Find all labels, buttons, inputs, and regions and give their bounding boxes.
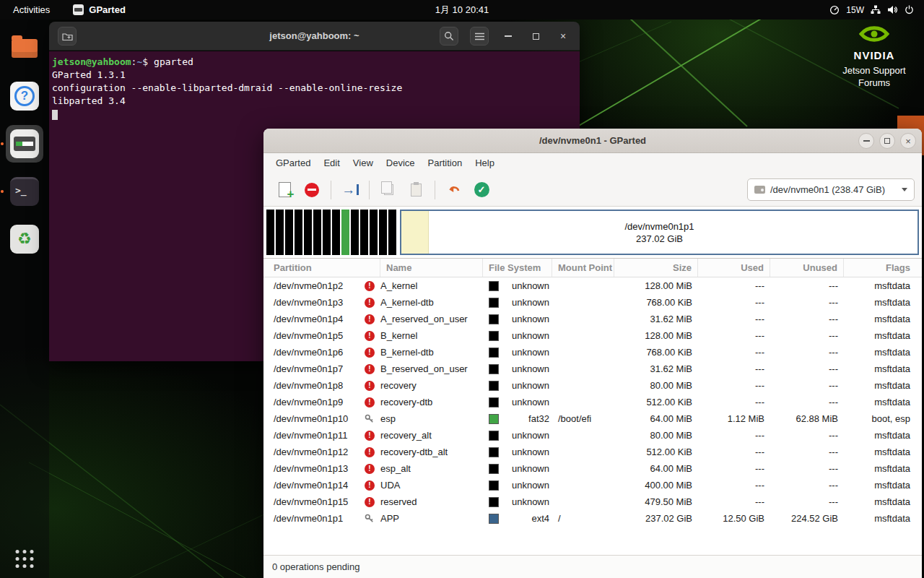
filesystem-cell: unknown xyxy=(483,361,552,377)
partition-row[interactable]: /dev/nvme0n1p1APPext4/237.02 GiB12.50 Gi… xyxy=(263,510,922,527)
maximize-button[interactable] xyxy=(528,28,544,44)
activities-button[interactable]: Activities xyxy=(0,0,63,20)
focused-app-name: GParted xyxy=(89,4,126,15)
small-partition-visual[interactable] xyxy=(360,210,368,255)
column-header-file-system[interactable]: File System xyxy=(483,259,552,277)
menu-device[interactable]: Device xyxy=(380,153,422,173)
small-partition-visual[interactable] xyxy=(266,210,274,255)
copy-button[interactable] xyxy=(375,177,402,203)
partition-p1-visual[interactable]: /dev/nvme0n1p1 237.02 GiB xyxy=(400,210,919,255)
terminal-titlebar[interactable]: jetson@yahboom: ~ × xyxy=(49,22,580,51)
resize-move-button[interactable]: → xyxy=(336,177,364,203)
partition-row[interactable]: /dev/nvme0n1p11!recovery_altunknown80.00… xyxy=(263,427,922,444)
column-header-mount-point[interactable]: Mount Point xyxy=(552,259,614,277)
show-applications-button[interactable] xyxy=(16,550,34,568)
small-partition-visual[interactable] xyxy=(285,210,293,255)
system-tray[interactable]: 15W xyxy=(824,0,920,20)
small-partition-visual[interactable] xyxy=(276,210,284,255)
column-header-name[interactable]: Name xyxy=(380,259,483,277)
mount-point xyxy=(552,277,614,294)
menu-button[interactable] xyxy=(470,27,489,46)
small-partition-visual[interactable] xyxy=(323,210,331,255)
partition-row[interactable]: /dev/nvme0n1p4!A_reserved_on_userunknown… xyxy=(263,311,922,327)
partition-visual-bar: /dev/nvme0n1p1 237.02 GiB xyxy=(263,207,922,259)
minimize-button[interactable] xyxy=(858,133,874,149)
undo-button[interactable] xyxy=(440,177,468,203)
partition-row[interactable]: /dev/nvme0n1p7!B_reserved_on_userunknown… xyxy=(263,361,922,377)
partition-name: reserved xyxy=(380,493,483,510)
new-partition-button[interactable] xyxy=(271,177,298,203)
partition-row[interactable]: /dev/nvme0n1p15!reservedunknown479.50 Mi… xyxy=(263,493,922,510)
dock-item-gparted[interactable] xyxy=(6,125,43,163)
filesystem-type: unknown xyxy=(499,477,552,493)
partition-path: /dev/nvme0n1p7 xyxy=(263,361,365,377)
filesystem-type: ext4 xyxy=(499,510,552,527)
column-header-unused[interactable]: Unused xyxy=(770,259,844,277)
gparted-titlebar[interactable]: /dev/nvme0n1 - GParted × xyxy=(263,129,922,153)
column-header-partition[interactable]: Partition xyxy=(263,259,380,277)
column-header-used[interactable]: Used xyxy=(698,259,770,277)
small-partition-visual[interactable] xyxy=(295,210,302,255)
partition-row[interactable]: /dev/nvme0n1p6!B_kernel-dtbunknown768.00… xyxy=(263,344,922,361)
partition-row[interactable]: /dev/nvme0n1p9!recovery-dtbunknown512.00… xyxy=(263,394,922,410)
partition-row[interactable]: /dev/nvme0n1p8!recoveryunknown80.00 MiB-… xyxy=(263,377,922,394)
partition-row[interactable]: /dev/nvme0n1p2!A_kernelunknown128.00 MiB… xyxy=(263,277,922,294)
filesystem-type: unknown xyxy=(499,277,552,294)
clock[interactable]: 1月 10 20:41 xyxy=(428,0,496,20)
small-partition-visual[interactable] xyxy=(341,210,349,255)
close-button[interactable]: × xyxy=(900,133,916,149)
menu-help[interactable]: Help xyxy=(468,153,501,173)
partition-unused: --- xyxy=(770,311,844,327)
partition-unused: --- xyxy=(770,427,844,444)
dock-item-terminal[interactable]: >_ xyxy=(6,173,43,210)
minimize-button[interactable] xyxy=(500,28,516,44)
filesystem-color-swatch xyxy=(489,281,499,291)
small-partition-visual[interactable] xyxy=(370,210,378,255)
partition-path: /dev/nvme0n1p8 xyxy=(263,377,365,394)
status-icon-cell xyxy=(365,410,380,427)
search-button[interactable] xyxy=(440,27,458,46)
dock-item-help[interactable]: ? xyxy=(6,77,43,115)
small-partition-visual[interactable] xyxy=(313,210,321,255)
small-partition-visual[interactable] xyxy=(379,210,387,255)
small-partition-visual[interactable] xyxy=(388,210,396,255)
menu-view[interactable]: View xyxy=(346,153,380,173)
column-header-size[interactable]: Size xyxy=(614,259,698,277)
filesystem-type: unknown xyxy=(499,427,552,444)
partition-used: --- xyxy=(698,493,770,510)
maximize-button[interactable] xyxy=(879,133,895,149)
column-header-flags[interactable]: Flags xyxy=(844,259,922,277)
menu-partition[interactable]: Partition xyxy=(422,153,469,173)
small-partition-visual[interactable] xyxy=(304,210,312,255)
device-selector[interactable]: /dev/nvme0n1 (238.47 GiB) xyxy=(747,178,915,201)
apply-button[interactable]: ✓ xyxy=(468,177,495,203)
close-button[interactable]: × xyxy=(555,28,571,44)
nvidia-brand-text: NVIDIA xyxy=(832,49,917,61)
partition-row[interactable]: /dev/nvme0n1p13!esp_altunknown64.00 MiB-… xyxy=(263,460,922,477)
filesystem-type: unknown xyxy=(499,311,552,327)
small-partition-visual[interactable] xyxy=(332,210,340,255)
menu-edit[interactable]: Edit xyxy=(317,153,346,173)
focused-app-menu[interactable]: GParted xyxy=(63,0,136,20)
device-selector-value: /dev/nvme0n1 (238.47 GiB) xyxy=(770,184,885,195)
filesystem-cell: unknown xyxy=(483,460,552,477)
partition-unused: --- xyxy=(770,361,844,377)
filesystem-cell: unknown xyxy=(483,277,552,294)
small-partition-visual[interactable] xyxy=(351,210,359,255)
gparted-dock-icon xyxy=(10,129,39,158)
partition-row[interactable]: /dev/nvme0n1p14!UDAunknown400.00 MiB----… xyxy=(263,477,922,493)
partition-row[interactable]: /dev/nvme0n1p3!A_kernel-dtbunknown768.00… xyxy=(263,294,922,311)
delete-partition-button[interactable] xyxy=(298,177,326,203)
dock: ? >_ ♻ xyxy=(0,20,49,578)
dock-item-files[interactable] xyxy=(6,30,43,67)
apply-icon: ✓ xyxy=(474,182,489,197)
partition-flags: msftdata xyxy=(844,394,922,410)
partition-row[interactable]: /dev/nvme0n1p10espfat32/boot/efi64.00 Mi… xyxy=(263,410,922,427)
menu-gparted[interactable]: GParted xyxy=(269,153,317,173)
partition-row[interactable]: /dev/nvme0n1p12!recovery-dtb_altunknown5… xyxy=(263,444,922,460)
dock-item-software[interactable]: ♻ xyxy=(6,220,43,258)
partition-row[interactable]: /dev/nvme0n1p5!B_kernelunknown128.00 MiB… xyxy=(263,327,922,344)
paste-button[interactable] xyxy=(402,177,430,203)
partition-unused: --- xyxy=(770,294,844,311)
partition-flags: msftdata xyxy=(844,510,922,527)
